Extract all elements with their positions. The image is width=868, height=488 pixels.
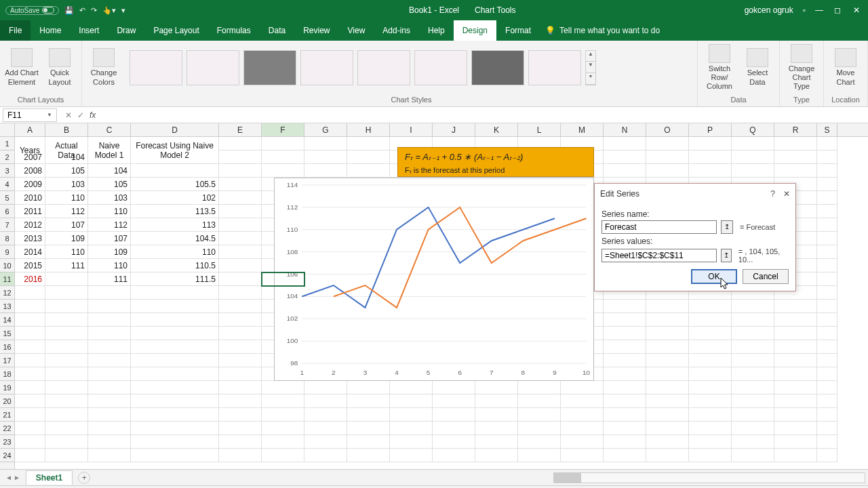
col-header-A[interactable]: A — [15, 123, 45, 136]
col-header-N[interactable]: N — [604, 123, 646, 136]
cell-B6[interactable]: 112 — [45, 205, 88, 218]
fx-icon[interactable]: fx — [90, 110, 96, 120]
style-thumb-8[interactable] — [528, 50, 581, 85]
cell-B2[interactable]: 104 — [45, 150, 88, 164]
formula-input[interactable] — [101, 108, 868, 122]
row-header-2[interactable]: 2 — [0, 150, 14, 164]
tab-insert[interactable]: Insert — [70, 20, 108, 41]
cell-D3[interactable] — [131, 164, 219, 178]
cell-B8[interactable]: 109 — [45, 232, 88, 245]
row-header-19[interactable]: 19 — [0, 381, 14, 394]
row-header-3[interactable]: 3 — [0, 164, 14, 178]
save-icon[interactable]: 💾 — [64, 6, 74, 15]
cell-A10[interactable]: 2015 — [15, 259, 45, 272]
active-cell[interactable] — [262, 272, 304, 286]
cell-A7[interactable]: 2012 — [15, 218, 45, 232]
cell-A5[interactable]: 2010 — [15, 191, 45, 205]
move-chart-button[interactable]: Move Chart — [828, 43, 863, 92]
quick-layout-button[interactable]: Quick Layout — [42, 43, 77, 92]
row-header-10[interactable]: 10 — [0, 259, 14, 272]
tab-design[interactable]: Design — [454, 20, 496, 41]
cell-C5[interactable]: 103 — [88, 191, 131, 205]
tab-data[interactable]: Data — [260, 20, 294, 41]
gallery-scroll[interactable]: ▲▼▾ — [585, 50, 596, 85]
customize-qat-icon[interactable]: ▾ — [121, 6, 125, 15]
horizontal-scrollbar[interactable] — [90, 472, 868, 483]
cell-C3[interactable]: 104 — [88, 164, 131, 178]
row-header-11[interactable]: 11 — [0, 272, 14, 286]
cell-D11[interactable]: 111.5 — [131, 272, 219, 286]
tell-me-search[interactable]: 💡 Tell me what you want to do — [545, 20, 660, 41]
cell-B9[interactable]: 110 — [45, 245, 88, 259]
dialog-help-icon[interactable]: ? — [770, 189, 775, 199]
change-chart-type-button[interactable]: Change Chart Type — [784, 43, 819, 92]
cell-D6[interactable]: 113.5 — [131, 205, 219, 218]
close-icon[interactable]: ✕ — [853, 5, 863, 15]
col-header-G[interactable]: G — [304, 123, 347, 136]
col-header-B[interactable]: B — [45, 123, 88, 136]
row-header-9[interactable]: 9 — [0, 245, 14, 259]
cancel-button[interactable]: Cancel — [743, 269, 789, 284]
select-all-corner[interactable] — [0, 123, 15, 136]
cell-A8[interactable]: 2013 — [15, 232, 45, 245]
add-sheet-button[interactable]: + — [78, 472, 90, 484]
dialog-close-icon[interactable]: ✕ — [783, 189, 790, 199]
cell-A2[interactable]: 2007 — [15, 150, 45, 164]
collapse-range-icon[interactable]: ↥ — [721, 249, 732, 262]
row-header-21[interactable]: 21 — [0, 408, 14, 422]
row-header-14[interactable]: 14 — [0, 313, 14, 327]
row-header-18[interactable]: 18 — [0, 367, 14, 381]
tab-help[interactable]: Help — [419, 20, 454, 41]
cell-B4[interactable]: 103 — [45, 178, 88, 191]
select-data-button[interactable]: Select Data — [740, 43, 775, 92]
cell-D10[interactable]: 110.5 — [131, 259, 219, 272]
dialog-titlebar[interactable]: Edit Series ? ✕ — [595, 184, 795, 204]
cell-C4[interactable]: 105 — [88, 178, 131, 191]
series-values-input[interactable] — [601, 249, 717, 262]
row-header-12[interactable]: 12 — [0, 286, 14, 300]
cell-A4[interactable]: 2009 — [15, 178, 45, 191]
cell-B5[interactable]: 110 — [45, 191, 88, 205]
row-header-6[interactable]: 6 — [0, 205, 14, 218]
cell-D5[interactable]: 102 — [131, 191, 219, 205]
change-colors-button[interactable]: Change Colors — [86, 43, 121, 92]
switch-row-column-button[interactable]: Switch Row/ Column — [702, 43, 737, 92]
style-thumb-5[interactable] — [357, 50, 410, 85]
series-name-input[interactable] — [601, 220, 717, 234]
col-header-R[interactable]: R — [774, 123, 817, 136]
name-box[interactable]: F11 ▼ — [3, 108, 57, 122]
cell-B7[interactable]: 107 — [45, 218, 88, 232]
tab-home[interactable]: Home — [31, 20, 70, 41]
tab-add-ins[interactable]: Add-ins — [374, 20, 419, 41]
minimize-icon[interactable]: — — [815, 5, 825, 15]
autosave-toggle[interactable]: AutoSave — [5, 6, 59, 15]
col-header-Q[interactable]: Q — [732, 123, 774, 136]
col-header-L[interactable]: L — [518, 123, 561, 136]
cell-D9[interactable]: 110 — [131, 245, 219, 259]
col-header-I[interactable]: I — [390, 123, 433, 136]
add-chart-element-button[interactable]: Add Chart Element — [4, 43, 39, 92]
cell-A6[interactable]: 2011 — [15, 205, 45, 218]
cell-C2[interactable] — [88, 150, 131, 164]
col-header-J[interactable]: J — [433, 123, 475, 136]
maximize-icon[interactable]: ◻ — [834, 5, 844, 15]
cell-C8[interactable]: 107 — [88, 232, 131, 245]
cell-C7[interactable]: 112 — [88, 218, 131, 232]
style-thumb-3[interactable] — [243, 50, 296, 85]
sheet-nav[interactable]: ◄► — [0, 474, 26, 481]
style-thumb-7[interactable] — [471, 50, 524, 85]
cell-C10[interactable]: 110 — [88, 259, 131, 272]
user-name[interactable]: gokcen ogruk — [745, 5, 793, 15]
sheet-tab-sheet1[interactable]: Sheet1 — [26, 470, 73, 485]
collapse-range-icon[interactable]: ↥ — [721, 220, 733, 234]
chart-style-gallery[interactable]: ▲▼▾ — [130, 50, 596, 85]
cell-D8[interactable]: 104.5 — [131, 232, 219, 245]
style-thumb-6[interactable] — [414, 50, 467, 85]
row-header-13[interactable]: 13 — [0, 300, 14, 313]
tab-draw[interactable]: Draw — [108, 20, 144, 41]
row-header-8[interactable]: 8 — [0, 232, 14, 245]
row-header-4[interactable]: 4 — [0, 178, 14, 191]
cell-A3[interactable]: 2008 — [15, 164, 45, 178]
tab-page-layout[interactable]: Page Layout — [144, 20, 208, 41]
touch-mode-icon[interactable]: 👆▾ — [102, 6, 116, 15]
